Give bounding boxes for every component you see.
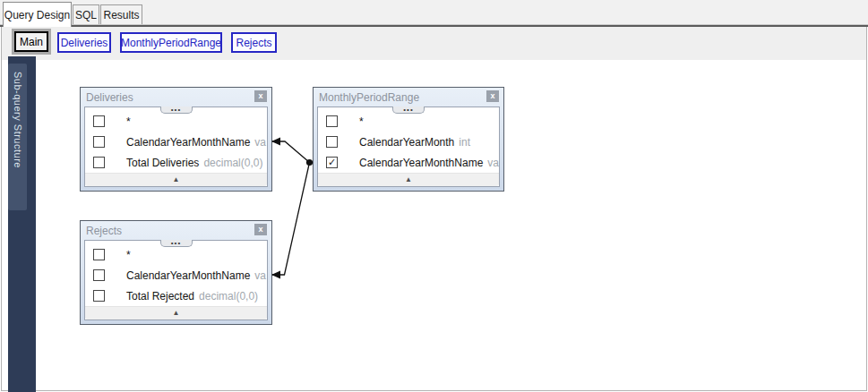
monthlyperiodrange-button-label: MonthlyPeriodRange [121,37,221,49]
table-title-bar[interactable]: Deliveriesx [84,88,268,107]
collapse-arrow-icon: ▲ [405,176,412,183]
close-icon[interactable]: x [254,90,267,102]
table-title: Rejects [84,225,122,237]
ellipsis-notch[interactable]: ••• [392,107,425,114]
main-button[interactable]: Main [12,29,51,55]
field-checkbox[interactable] [93,269,105,281]
tab-results[interactable]: Results [100,4,142,25]
table-field-list: •••*CalendarYearMonthint✓CalendarYearMon… [317,107,500,187]
field-row[interactable]: Total Deliveriesdecimal(0,0) [85,152,267,173]
collapse-arrow-icon: ▲ [173,176,180,183]
ellipsis-icon: ••• [171,107,181,112]
field-rows: *CalendarYearMonthNamevaTotal Deliveries… [85,107,267,173]
sidebar-tab-subquery-structure[interactable]: Sub-query Structure [8,64,27,210]
field-checkbox[interactable] [326,115,338,127]
ellipsis-icon: ••• [171,241,181,245]
monthlyperiodrange-button[interactable]: MonthlyPeriodRange [120,32,222,53]
field-name: * [126,115,131,128]
field-type: int [459,136,470,149]
checkmark-icon: ✓ [328,158,336,167]
collapse-button[interactable]: ▲ [85,306,267,320]
field-name: CalendarYearMonthName [359,157,483,169]
field-row[interactable]: * [85,111,267,132]
ellipsis-icon: ••• [403,107,413,112]
field-type: decimal(0,0) [203,157,262,169]
field-row[interactable]: Total Rejecteddecimal(0,0) [85,285,267,306]
table-field-list: •••*CalendarYearMonthNamevaTotal Deliver… [84,107,268,187]
field-name: * [359,115,364,128]
field-row[interactable]: CalendarYearMonthNameva [85,132,267,152]
tab-label: Query Design [4,9,70,21]
field-checkbox-checked[interactable]: ✓ [326,157,338,168]
field-rows: *CalendarYearMonthint✓CalendarYearMonthN… [318,107,499,173]
field-checkbox[interactable] [93,115,105,127]
field-row[interactable]: CalendarYearMonthint [318,132,499,152]
ellipsis-notch[interactable]: ••• [160,107,193,114]
tab-label: Results [103,9,139,21]
sidebar-panel: Sub-query Structure [8,56,36,392]
table-window-monthlyperiodrange: MonthlyPeriodRangex•••*CalendarYearMonth… [313,87,504,192]
field-row[interactable]: CalendarYearMonthNameva [85,265,267,285]
collapse-arrow-icon: ▲ [173,310,180,317]
field-type: va [254,136,266,149]
field-name: CalendarYearMonthName [126,136,250,149]
table-field-list: •••*CalendarYearMonthNamevaTotal Rejecte… [84,240,268,320]
tab-label: SQL [75,9,97,21]
tab-page-border [1,27,867,391]
field-rows: *CalendarYearMonthNamevaTotal Rejectedde… [85,241,267,306]
field-name: CalendarYearMonth [359,136,454,149]
main-button-label: Main [20,36,43,48]
collapse-button[interactable]: ▲ [318,173,499,186]
table-title: Deliveries [84,91,133,104]
table-window-deliveries: Deliveriesx•••*CalendarYearMonthNamevaTo… [80,87,272,192]
field-checkbox[interactable] [93,290,105,302]
close-icon[interactable]: x [486,90,499,102]
field-row[interactable]: * [85,244,267,265]
field-type: va [487,157,499,169]
rejects-button[interactable]: Rejects [231,32,277,53]
field-type: va [254,269,266,282]
field-checkbox[interactable] [326,136,338,148]
table-window-rejects: Rejectsx•••*CalendarYearMonthNamevaTotal… [80,220,272,325]
field-name: * [126,249,131,261]
field-row[interactable]: ✓CalendarYearMonthNameva [318,152,499,173]
tab-query-design[interactable]: Query Design [3,2,72,27]
field-name: CalendarYearMonthName [126,269,250,282]
deliveries-button-label: Deliveries [61,37,108,49]
sidebar-tab-label: Sub-query Structure [13,64,23,210]
field-checkbox[interactable] [93,157,105,168]
field-name: Total Deliveries [126,157,199,169]
rejects-button-label: Rejects [236,37,271,49]
field-checkbox[interactable] [93,136,105,148]
table-title-bar[interactable]: Rejectsx [84,221,268,240]
field-type: decimal(0,0) [199,290,258,303]
deliveries-button[interactable]: Deliveries [57,32,111,53]
tabstrip-divider [0,25,868,27]
collapse-button[interactable]: ▲ [85,173,267,186]
query-designer-window: Query Design SQL Results Main Deliveries… [0,0,868,392]
tab-sql[interactable]: SQL [73,4,99,25]
table-title-bar[interactable]: MonthlyPeriodRangex [317,88,500,107]
table-title: MonthlyPeriodRange [317,91,419,104]
ellipsis-notch[interactable]: ••• [160,240,193,247]
field-checkbox[interactable] [93,249,105,260]
close-icon[interactable]: x [254,224,267,235]
field-row[interactable]: * [318,111,499,132]
field-name: Total Rejected [126,290,194,303]
